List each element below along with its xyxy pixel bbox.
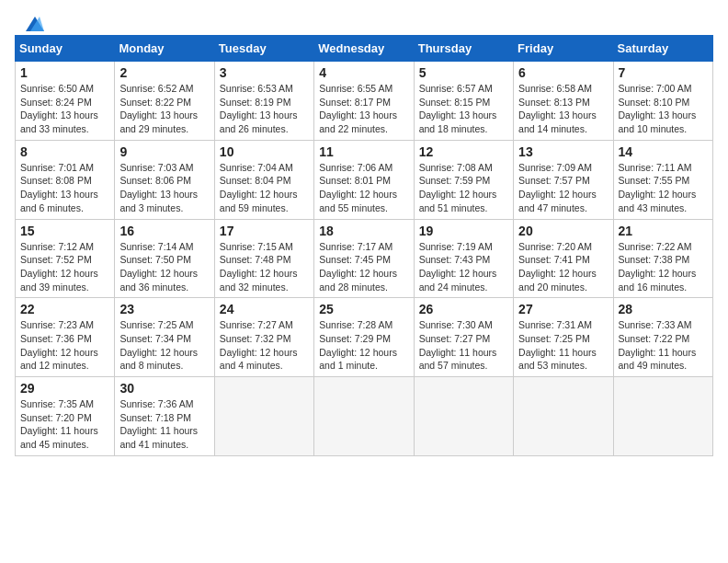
header-tuesday: Tuesday xyxy=(214,36,313,62)
calendar-day: 7 Sunrise: 7:00 AM Sunset: 8:10 PM Dayli… xyxy=(613,62,712,141)
calendar-row: 8 Sunrise: 7:01 AM Sunset: 8:08 PM Dayli… xyxy=(16,140,713,219)
day-number: 18 xyxy=(319,224,408,238)
day-number: 29 xyxy=(20,381,109,396)
day-info: Sunrise: 7:22 AM Sunset: 7:38 PM Dayligh… xyxy=(619,240,708,294)
calendar-day: 12 Sunrise: 7:08 AM Sunset: 7:59 PM Dayl… xyxy=(414,140,513,219)
day-info: Sunrise: 7:30 AM Sunset: 7:27 PM Dayligh… xyxy=(419,318,508,373)
empty-cell xyxy=(214,377,313,456)
calendar-day: 13 Sunrise: 7:09 AM Sunset: 7:57 PM Dayl… xyxy=(514,140,613,219)
calendar-row: 1 Sunrise: 6:50 AM Sunset: 8:24 PM Dayli… xyxy=(16,62,713,141)
header-thursday: Thursday xyxy=(414,36,513,62)
calendar-day: 25 Sunrise: 7:28 AM Sunset: 7:29 PM Dayl… xyxy=(314,298,414,377)
day-number: 15 xyxy=(20,224,109,238)
calendar-day: 6 Sunrise: 6:58 AM Sunset: 8:13 PM Dayli… xyxy=(514,62,613,141)
logo xyxy=(15,15,46,28)
calendar-day: 14 Sunrise: 7:11 AM Sunset: 7:55 PM Dayl… xyxy=(613,140,712,219)
day-number: 28 xyxy=(619,302,708,316)
day-number: 16 xyxy=(119,224,209,238)
calendar-day: 23 Sunrise: 7:25 AM Sunset: 7:34 PM Dayl… xyxy=(115,298,214,377)
day-info: Sunrise: 7:17 AM Sunset: 7:45 PM Dayligh… xyxy=(319,240,408,294)
day-info: Sunrise: 7:35 AM Sunset: 7:20 PM Dayligh… xyxy=(20,397,109,452)
day-info: Sunrise: 7:08 AM Sunset: 7:59 PM Dayligh… xyxy=(419,161,508,215)
header-saturday: Saturday xyxy=(613,36,712,62)
calendar-day: 17 Sunrise: 7:15 AM Sunset: 7:48 PM Dayl… xyxy=(214,219,313,298)
calendar-day: 18 Sunrise: 7:17 AM Sunset: 7:45 PM Dayl… xyxy=(314,219,414,298)
day-info: Sunrise: 7:36 AM Sunset: 7:18 PM Dayligh… xyxy=(119,397,209,452)
day-info: Sunrise: 7:09 AM Sunset: 7:57 PM Dayligh… xyxy=(518,161,608,215)
calendar-row: 29 Sunrise: 7:35 AM Sunset: 7:20 PM Dayl… xyxy=(16,377,713,456)
calendar-day: 30 Sunrise: 7:36 AM Sunset: 7:18 PM Dayl… xyxy=(115,377,214,456)
day-info: Sunrise: 7:11 AM Sunset: 7:55 PM Dayligh… xyxy=(619,161,708,215)
header-monday: Monday xyxy=(115,36,214,62)
day-info: Sunrise: 7:04 AM Sunset: 8:04 PM Dayligh… xyxy=(220,161,309,215)
day-number: 22 xyxy=(20,302,109,316)
calendar-row: 15 Sunrise: 7:12 AM Sunset: 7:52 PM Dayl… xyxy=(16,219,713,298)
day-number: 21 xyxy=(619,224,708,238)
calendar-day: 9 Sunrise: 7:03 AM Sunset: 8:06 PM Dayli… xyxy=(115,140,214,219)
day-number: 27 xyxy=(518,302,608,316)
empty-cell xyxy=(613,377,712,456)
day-info: Sunrise: 7:28 AM Sunset: 7:29 PM Dayligh… xyxy=(319,318,408,373)
day-info: Sunrise: 7:01 AM Sunset: 8:08 PM Dayligh… xyxy=(20,161,109,215)
day-number: 17 xyxy=(220,224,309,238)
day-number: 19 xyxy=(419,224,508,238)
day-info: Sunrise: 6:53 AM Sunset: 8:19 PM Dayligh… xyxy=(220,82,309,136)
day-info: Sunrise: 7:31 AM Sunset: 7:25 PM Dayligh… xyxy=(518,318,608,373)
calendar-day: 3 Sunrise: 6:53 AM Sunset: 8:19 PM Dayli… xyxy=(214,62,313,141)
day-number: 23 xyxy=(119,302,209,316)
empty-cell xyxy=(514,377,613,456)
day-info: Sunrise: 6:50 AM Sunset: 8:24 PM Dayligh… xyxy=(20,82,109,136)
day-info: Sunrise: 6:52 AM Sunset: 8:22 PM Dayligh… xyxy=(119,82,209,136)
calendar-day: 28 Sunrise: 7:33 AM Sunset: 7:22 PM Dayl… xyxy=(613,298,712,377)
day-info: Sunrise: 7:27 AM Sunset: 7:32 PM Dayligh… xyxy=(220,318,309,373)
header-wednesday: Wednesday xyxy=(314,36,414,62)
day-number: 13 xyxy=(518,144,608,159)
empty-cell xyxy=(414,377,513,456)
calendar-day: 22 Sunrise: 7:23 AM Sunset: 7:36 PM Dayl… xyxy=(16,298,115,377)
calendar-day: 5 Sunrise: 6:57 AM Sunset: 8:15 PM Dayli… xyxy=(414,62,513,141)
weekday-header-row: Sunday Monday Tuesday Wednesday Thursday… xyxy=(16,36,713,62)
day-number: 11 xyxy=(319,144,408,159)
day-number: 1 xyxy=(20,65,109,80)
day-number: 10 xyxy=(220,144,309,159)
day-number: 26 xyxy=(419,302,508,316)
day-info: Sunrise: 7:23 AM Sunset: 7:36 PM Dayligh… xyxy=(20,318,109,373)
day-info: Sunrise: 6:57 AM Sunset: 8:15 PM Dayligh… xyxy=(419,82,508,136)
day-number: 5 xyxy=(419,65,508,80)
calendar-row: 22 Sunrise: 7:23 AM Sunset: 7:36 PM Dayl… xyxy=(16,298,713,377)
page-header xyxy=(15,15,713,28)
calendar-day: 1 Sunrise: 6:50 AM Sunset: 8:24 PM Dayli… xyxy=(16,62,115,141)
day-number: 2 xyxy=(119,65,209,80)
day-number: 25 xyxy=(319,302,408,316)
day-info: Sunrise: 7:20 AM Sunset: 7:41 PM Dayligh… xyxy=(518,240,608,294)
calendar-day: 11 Sunrise: 7:06 AM Sunset: 8:01 PM Dayl… xyxy=(314,140,414,219)
day-info: Sunrise: 6:55 AM Sunset: 8:17 PM Dayligh… xyxy=(319,82,408,136)
day-number: 3 xyxy=(220,65,309,80)
calendar-day: 15 Sunrise: 7:12 AM Sunset: 7:52 PM Dayl… xyxy=(16,219,115,298)
day-info: Sunrise: 7:00 AM Sunset: 8:10 PM Dayligh… xyxy=(619,82,708,136)
day-number: 4 xyxy=(319,65,408,80)
day-number: 7 xyxy=(619,65,708,80)
calendar: Sunday Monday Tuesday Wednesday Thursday… xyxy=(15,35,713,456)
day-info: Sunrise: 7:12 AM Sunset: 7:52 PM Dayligh… xyxy=(20,240,109,294)
calendar-day: 26 Sunrise: 7:30 AM Sunset: 7:27 PM Dayl… xyxy=(414,298,513,377)
calendar-day: 2 Sunrise: 6:52 AM Sunset: 8:22 PM Dayli… xyxy=(115,62,214,141)
calendar-day: 24 Sunrise: 7:27 AM Sunset: 7:32 PM Dayl… xyxy=(214,298,313,377)
calendar-day: 19 Sunrise: 7:19 AM Sunset: 7:43 PM Dayl… xyxy=(414,219,513,298)
day-number: 24 xyxy=(220,302,309,316)
logo-icon xyxy=(17,15,44,35)
day-number: 8 xyxy=(20,144,109,159)
header-friday: Friday xyxy=(514,36,613,62)
day-info: Sunrise: 7:15 AM Sunset: 7:48 PM Dayligh… xyxy=(220,240,309,294)
day-number: 20 xyxy=(518,224,608,238)
calendar-day: 4 Sunrise: 6:55 AM Sunset: 8:17 PM Dayli… xyxy=(314,62,414,141)
calendar-day: 27 Sunrise: 7:31 AM Sunset: 7:25 PM Dayl… xyxy=(514,298,613,377)
calendar-day: 16 Sunrise: 7:14 AM Sunset: 7:50 PM Dayl… xyxy=(115,219,214,298)
day-info: Sunrise: 7:33 AM Sunset: 7:22 PM Dayligh… xyxy=(619,318,708,373)
calendar-day: 29 Sunrise: 7:35 AM Sunset: 7:20 PM Dayl… xyxy=(16,377,115,456)
header-sunday: Sunday xyxy=(16,36,115,62)
day-info: Sunrise: 6:58 AM Sunset: 8:13 PM Dayligh… xyxy=(518,82,608,136)
calendar-day: 21 Sunrise: 7:22 AM Sunset: 7:38 PM Dayl… xyxy=(613,219,712,298)
day-info: Sunrise: 7:14 AM Sunset: 7:50 PM Dayligh… xyxy=(119,240,209,294)
day-number: 14 xyxy=(619,144,708,159)
